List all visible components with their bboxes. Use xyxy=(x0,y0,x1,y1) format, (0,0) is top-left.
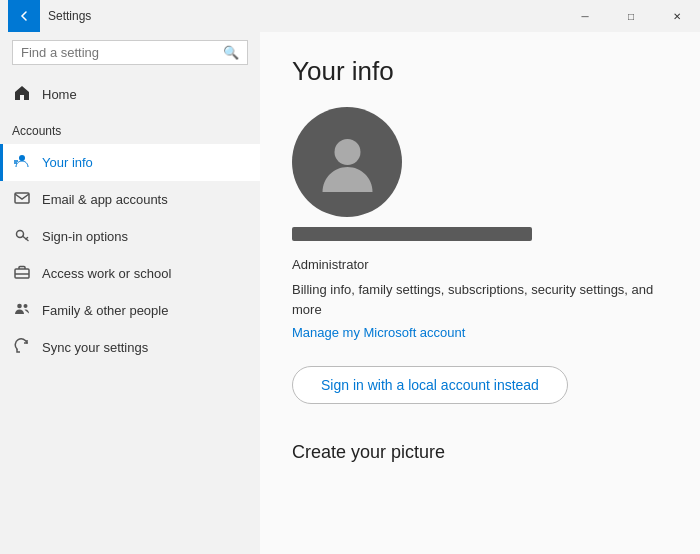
person-icon xyxy=(12,153,32,172)
settings-window: Settings ─ □ ✕ 🔍 Home xyxy=(0,0,700,554)
sidebar-item-work-label: Access work or school xyxy=(42,266,171,281)
page-title: Your info xyxy=(292,56,668,87)
home-icon xyxy=(12,85,32,104)
manage-microsoft-account-link[interactable]: Manage my Microsoft account xyxy=(292,325,465,340)
title-bar-left: Settings xyxy=(0,0,562,32)
people-icon xyxy=(12,301,32,320)
svg-point-8 xyxy=(24,304,28,308)
create-picture-title: Create your picture xyxy=(292,442,668,463)
search-icon: 🔍 xyxy=(223,45,239,60)
svg-point-0 xyxy=(19,155,25,161)
svg-rect-3 xyxy=(15,193,29,203)
briefcase-icon xyxy=(12,264,32,283)
sync-icon xyxy=(12,338,32,357)
minimize-button[interactable]: ─ xyxy=(562,0,608,32)
sidebar-section-title: Accounts xyxy=(0,112,260,144)
account-desc: Billing info, family settings, subscript… xyxy=(292,280,668,319)
svg-point-7 xyxy=(17,304,22,309)
sidebar: 🔍 Home Accounts xyxy=(0,32,260,554)
maximize-button[interactable]: □ xyxy=(608,0,654,32)
sidebar-item-sync[interactable]: Sync your settings xyxy=(0,329,260,366)
content-area: 🔍 Home Accounts xyxy=(0,32,700,554)
title-bar-controls: ─ □ ✕ xyxy=(562,0,700,32)
account-name: Administrator xyxy=(292,257,668,272)
back-button[interactable] xyxy=(8,0,40,32)
avatar-bar xyxy=(292,227,532,241)
main-content: Your info Administrator Billing info, fa… xyxy=(260,32,700,554)
sidebar-item-sync-label: Sync your settings xyxy=(42,340,148,355)
home-label: Home xyxy=(42,87,77,102)
close-button[interactable]: ✕ xyxy=(654,0,700,32)
sidebar-item-family[interactable]: Family & other people xyxy=(0,292,260,329)
search-box[interactable]: 🔍 xyxy=(12,40,248,65)
sidebar-item-work[interactable]: Access work or school xyxy=(0,255,260,292)
svg-point-9 xyxy=(334,139,360,165)
sidebar-item-signin[interactable]: Sign-in options xyxy=(0,218,260,255)
sidebar-item-email-label: Email & app accounts xyxy=(42,192,168,207)
key-icon xyxy=(12,227,32,246)
email-icon xyxy=(12,190,32,209)
title-bar: Settings ─ □ ✕ xyxy=(0,0,700,32)
avatar-section xyxy=(292,107,668,241)
sidebar-item-your-info[interactable]: Your info xyxy=(0,144,260,181)
sidebar-item-signin-label: Sign-in options xyxy=(42,229,128,244)
local-account-button[interactable]: Sign in with a local account instead xyxy=(292,366,568,404)
sidebar-item-home[interactable]: Home xyxy=(0,77,260,112)
sidebar-item-your-info-label: Your info xyxy=(42,155,93,170)
search-input[interactable] xyxy=(21,45,223,60)
sidebar-item-family-label: Family & other people xyxy=(42,303,168,318)
avatar xyxy=(292,107,402,217)
window-title: Settings xyxy=(48,9,91,23)
sidebar-item-email[interactable]: Email & app accounts xyxy=(0,181,260,218)
